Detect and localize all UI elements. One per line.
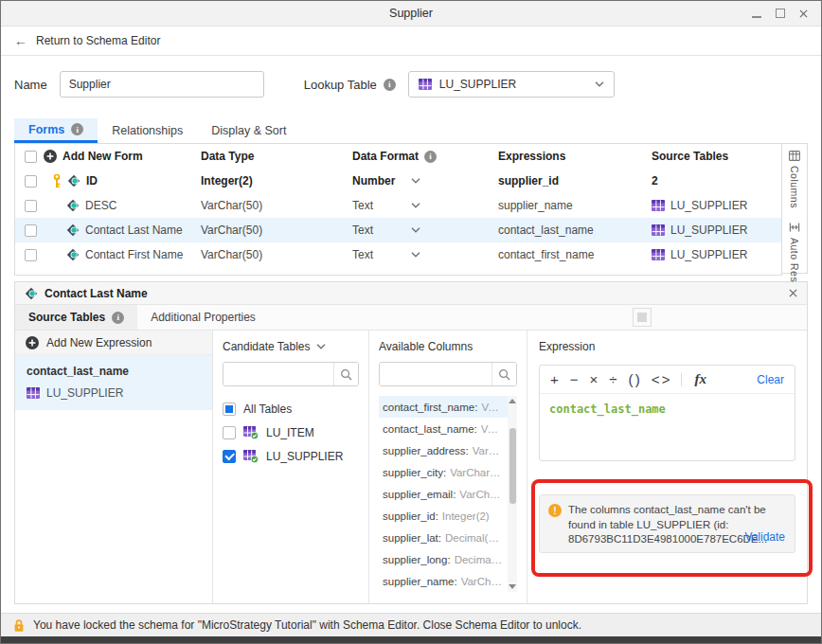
validate-link[interactable]: Validate [745,530,785,544]
lookup-info-icon[interactable] [384,79,396,91]
auto-resize-label: Auto Res [789,238,800,282]
attribute-form-icon [66,248,80,261]
chevron-down-icon[interactable] [316,344,326,349]
data-format-info-icon[interactable] [424,151,437,163]
header-source-tables: Source Tables [652,150,781,163]
clear-link[interactable]: Clear [757,373,784,386]
lock-icon [13,618,25,633]
return-to-schema-editor-link[interactable]: ← Return to Schema Editor [1,27,821,56]
panel-resize-icon[interactable] [633,308,652,327]
chevron-down-icon [411,178,420,184]
lu-item-checkbox[interactable] [223,426,236,439]
parentheses-button[interactable]: ( ) [629,371,639,387]
tab-additional-properties-label: Additional Properties [151,311,256,324]
multiply-operator-button[interactable]: × [590,371,598,387]
select-all-checkbox[interactable] [25,151,37,163]
data-type-value: VarChar(50) [201,199,352,212]
tab-additional-properties[interactable]: Additional Properties [137,305,269,330]
all-tables-checkbox[interactable] [223,402,236,416]
tab-forms[interactable]: Forms [14,118,98,143]
tab-source-tables[interactable]: Source Tables [15,305,137,330]
expression-value: supplier_name [498,199,652,212]
candidate-table-item[interactable]: All Tables [223,397,359,420]
candidate-table-label: All Tables [243,402,292,416]
forms-info-icon[interactable] [71,123,83,135]
attribute-form-icon [66,199,80,212]
tab-display-sort[interactable]: Display & Sort [197,118,300,143]
plus-operator-button[interactable]: + [550,371,558,387]
detail-panel-tabs: Source Tables Additional Properties [15,305,807,331]
data-format-dropdown[interactable]: Text [352,248,498,261]
column-list-item[interactable]: supplier_id Integer(2) [379,505,508,527]
candidate-table-label: LU_ITEM [266,426,314,439]
chevron-down-icon [411,252,420,258]
scroll-down-icon[interactable] [509,584,516,589]
scrollbar[interactable] [508,396,517,592]
lookup-table-label: Lookup Table [304,78,377,92]
data-format-dropdown[interactable]: Text [352,199,498,212]
column-list-item[interactable]: contact_last_name Var... [379,418,508,439]
search-icon [498,368,510,381]
expressions-list: Add New Expression contact_last_name LU_… [15,331,213,603]
columns-toggle-button[interactable]: Columns [789,151,800,208]
candidate-table-item[interactable]: LU_SUPPLIER [223,444,359,468]
data-format-dropdown[interactable]: Text [352,224,498,237]
detail-panel-header: Contact Last Name [15,282,807,305]
key-icon [52,173,62,188]
minus-operator-button[interactable]: − [570,371,578,387]
row-checkbox[interactable] [25,175,37,188]
tab-relationships[interactable]: Relationships [98,118,197,143]
lu-supplier-checkbox[interactable] [223,450,236,463]
add-new-expression-button[interactable]: Add New Expression [15,331,212,355]
name-label: Name [14,78,47,92]
column-list-item[interactable]: supplier_address VarCh... [379,439,508,461]
lookup-table-dropdown[interactable]: LU_SUPPLIER [408,71,615,98]
table-side-toolbar: Columns Auto Res [782,143,808,274]
search-button[interactable] [491,363,516,385]
auto-resize-button[interactable]: Auto Res [789,222,800,282]
table-check-icon [243,426,259,439]
column-list-item[interactable]: supplier_email VarChar(... [379,483,508,505]
column-list-item[interactable]: supplier_name VarChar(... [379,570,508,592]
close-icon[interactable] [799,9,808,18]
header-data-format: Data Format [352,150,498,163]
function-button[interactable]: fx [694,371,706,387]
scrollbar-thumb[interactable] [509,428,516,504]
row-checkbox[interactable] [25,200,37,212]
maximize-icon[interactable] [776,9,785,18]
table-row[interactable]: Contact Last Name VarChar(50) Text conta… [15,218,781,242]
column-list-item[interactable]: supplier_lat Decimal(14,... [379,527,508,548]
chevron-down-icon [411,203,420,208]
editor-main: Name Lookup Table LU_SUPPLIER Forms Rela… [1,56,821,613]
header-expressions: Expressions [498,150,652,163]
table-icon [652,224,665,236]
minimize-icon[interactable] [752,16,761,18]
expression-code-input[interactable]: contact_last_name [540,394,795,424]
source-tables-info-icon[interactable] [112,312,124,324]
candidate-tables-search-input[interactable] [223,363,333,385]
column-list-item[interactable]: supplier_city VarChar(50) [379,461,508,483]
data-type-value: VarChar(50) [201,224,352,237]
add-new-form-button[interactable]: Add New Form [44,150,201,163]
back-label: Return to Schema Editor [36,34,160,47]
expression-value: contact_last_name [498,224,652,237]
expression-list-item[interactable]: contact_last_name LU_SUPPLIER [15,355,212,410]
table-row[interactable]: ID Integer(2) Number supplier_id 2 [15,169,781,193]
column-list-item[interactable]: contact_first_name Var... [379,396,508,418]
search-button[interactable] [333,363,358,385]
row-checkbox[interactable] [25,224,37,237]
data-format-dropdown[interactable]: Number [352,174,498,188]
name-input[interactable] [60,71,264,98]
row-checkbox[interactable] [25,249,37,261]
expression-value: supplier_id [498,174,652,188]
column-list-item[interactable]: supplier_long Decimal(1... [379,548,508,570]
warning-line: found in table LU_SUPPLIER (id: [568,518,767,533]
table-row[interactable]: Contact First Name VarChar(50) Text cont… [15,242,781,267]
table-row[interactable]: DESC VarChar(50) Text supplier_name LU_S… [15,193,781,218]
panel-close-icon[interactable] [789,289,797,297]
divide-operator-button[interactable]: ÷ [609,371,616,387]
brackets-button[interactable]: < > [652,371,670,387]
source-tables-value: LU_SUPPLIER [652,199,781,212]
available-columns-search-input[interactable] [380,363,491,385]
candidate-table-item[interactable]: LU_ITEM [223,420,359,444]
